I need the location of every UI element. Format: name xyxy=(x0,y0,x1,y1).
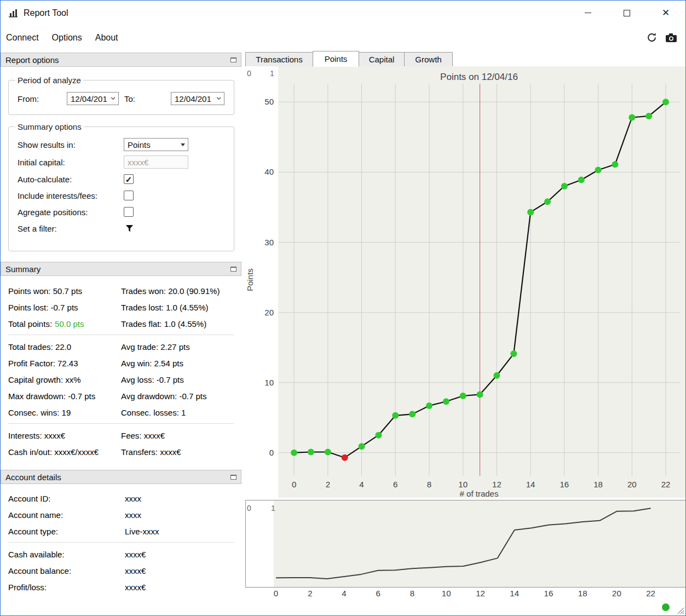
summary-stat: Total trades: 22.0 xyxy=(8,338,121,355)
svg-text:14: 14 xyxy=(526,480,535,489)
total-points-label: Total points: xyxy=(8,319,52,329)
account-row-value: xxxx€ xyxy=(125,546,234,562)
camera-icon xyxy=(665,33,677,43)
account-row-label: Account ID: xyxy=(8,490,125,506)
tab-transactions[interactable]: Transactions xyxy=(245,52,313,66)
divider xyxy=(8,542,234,543)
show-results-label: Show results in: xyxy=(18,140,124,149)
minimize-icon xyxy=(585,13,591,13)
maximize-button[interactable] xyxy=(616,5,638,21)
svg-text:1: 1 xyxy=(270,69,274,78)
summary-stat: Max drawdown: -0.7 pts xyxy=(8,388,121,404)
total-points-value: 50.0 pts xyxy=(55,319,84,329)
float-panel-icon[interactable] xyxy=(230,57,237,62)
svg-text:8: 8 xyxy=(410,589,414,598)
filter-button[interactable] xyxy=(124,223,135,234)
report-options-body: Period of analyze From: 12/04/201 To: 12… xyxy=(1,67,241,262)
float-panel-icon[interactable] xyxy=(230,267,237,272)
menu-item-connect[interactable]: Connect xyxy=(5,30,45,46)
account-row-value: Live-xxxx xyxy=(125,523,234,539)
summary-stat: Trades won: 20.0 (90.91%) xyxy=(121,283,234,299)
menu-item-options[interactable]: Options xyxy=(45,30,89,46)
window-title: Report Tool xyxy=(24,8,68,18)
account-row-label: Account name: xyxy=(8,506,125,523)
tab-growth[interactable]: Growth xyxy=(404,52,453,66)
maximize-icon xyxy=(624,10,630,16)
to-date-value: 12/04/201 xyxy=(175,94,211,103)
to-label: To: xyxy=(124,94,171,103)
svg-text:Points: Points xyxy=(245,268,255,291)
from-date-value: 12/04/201 xyxy=(71,94,107,103)
account-row-value: xxxx€ xyxy=(125,579,234,595)
svg-text:6: 6 xyxy=(376,589,381,598)
auto-calculate-checkbox[interactable]: ✓ xyxy=(124,174,134,184)
svg-text:20: 20 xyxy=(264,308,274,317)
overview-chart[interactable]: 024681012141618202201 xyxy=(245,500,686,598)
svg-text:16: 16 xyxy=(560,480,569,489)
tab-points[interactable]: Points xyxy=(313,51,359,67)
account-row-label: Cash available: xyxy=(8,546,125,562)
summary-body: Points won: 50.7 pts Trades won: 20.0 (9… xyxy=(1,276,241,460)
account-row-value: xxxx xyxy=(125,490,234,506)
period-groupbox: Period of analyze From: 12/04/201 To: 12… xyxy=(8,76,234,115)
svg-text:22: 22 xyxy=(646,589,655,598)
divider xyxy=(8,335,234,335)
svg-text:0: 0 xyxy=(274,589,278,598)
svg-text:0: 0 xyxy=(247,69,251,78)
screenshot-button[interactable] xyxy=(665,31,678,44)
menu-item-about[interactable]: About xyxy=(89,30,125,46)
svg-text:0: 0 xyxy=(269,448,274,457)
svg-text:4: 4 xyxy=(342,589,346,598)
show-results-combobox[interactable]: Points xyxy=(124,138,188,151)
close-icon: ✕ xyxy=(662,8,670,18)
initial-capital-row: Initial capital: xyxy=(18,153,228,171)
summary-stat: Points won: 50.7 pts xyxy=(8,283,121,299)
initial-capital-input[interactable] xyxy=(124,156,188,169)
summary-stat: Interests: xxxx€ xyxy=(8,427,121,444)
check-icon: ✓ xyxy=(125,175,132,183)
account-row-value: xxxx€ xyxy=(125,562,234,579)
summary-stat: Capital growth: xx% xyxy=(8,371,121,388)
refresh-button[interactable] xyxy=(645,31,658,44)
summary-stat: Fees: xxxx€ xyxy=(121,427,234,444)
filter-label: Set a filter: xyxy=(18,224,124,233)
chart-tabbar: Transactions Points Capital Growth xyxy=(245,51,685,67)
svg-text:4: 4 xyxy=(359,480,364,489)
svg-text:30: 30 xyxy=(264,238,274,247)
left-panel: Report options Period of analyze From: 1… xyxy=(1,50,241,615)
refresh-icon xyxy=(646,32,658,43)
report-options-title: Report options xyxy=(5,55,59,65)
filter-row: Set a filter: xyxy=(18,220,228,237)
account-row-label: Account type: xyxy=(8,523,125,539)
connection-status-indicator xyxy=(662,603,670,611)
account-row-value: xxxx xyxy=(125,506,234,523)
svg-text:0: 0 xyxy=(292,480,296,489)
tab-capital[interactable]: Capital xyxy=(359,52,405,66)
svg-text:10: 10 xyxy=(264,378,274,387)
summary-stat: Avg drawdown: -0.7 pts xyxy=(121,388,234,404)
points-chart[interactable]: 024681012141618202201020304050Points on … xyxy=(245,66,686,498)
summary-stat: Consec. wins: 19 xyxy=(8,404,121,421)
svg-text:10: 10 xyxy=(442,589,451,598)
svg-text:# of trades: # of trades xyxy=(460,489,499,498)
summary-options-group-label: Summary options xyxy=(15,122,84,131)
svg-text:2: 2 xyxy=(326,480,330,489)
summary-group-cash: Interests: xxxx€ Fees: xxxx€ Cash in/out… xyxy=(1,427,241,460)
summary-options-groupbox: Summary options Show results in: Points … xyxy=(8,122,234,251)
filter-funnel-icon xyxy=(125,224,134,233)
titlebar: Report Tool ✕ xyxy=(1,1,685,25)
agregate-positions-checkbox[interactable] xyxy=(124,207,134,217)
svg-text:6: 6 xyxy=(393,480,397,489)
resize-grip[interactable] xyxy=(677,607,684,614)
include-fees-row: Include interests/fees: xyxy=(18,187,228,204)
include-fees-checkbox[interactable] xyxy=(124,191,134,200)
to-date-combobox[interactable]: 12/04/201 xyxy=(171,92,224,105)
minimize-button[interactable] xyxy=(577,5,599,21)
summary-stat: Consec. losses: 1 xyxy=(121,404,234,421)
svg-text:Points on 12/04/16: Points on 12/04/16 xyxy=(440,72,518,82)
svg-text:18: 18 xyxy=(593,480,603,489)
svg-text:12: 12 xyxy=(476,589,485,598)
float-panel-icon[interactable] xyxy=(230,475,237,480)
close-button[interactable]: ✕ xyxy=(655,5,677,21)
from-date-combobox[interactable]: 12/04/201 xyxy=(67,92,119,105)
